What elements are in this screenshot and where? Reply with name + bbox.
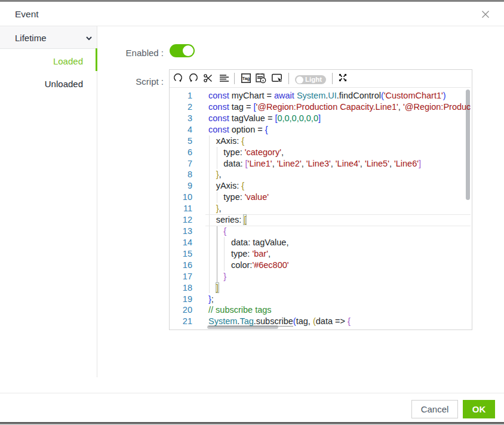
svg-text:Tag: Tag — [242, 76, 250, 81]
